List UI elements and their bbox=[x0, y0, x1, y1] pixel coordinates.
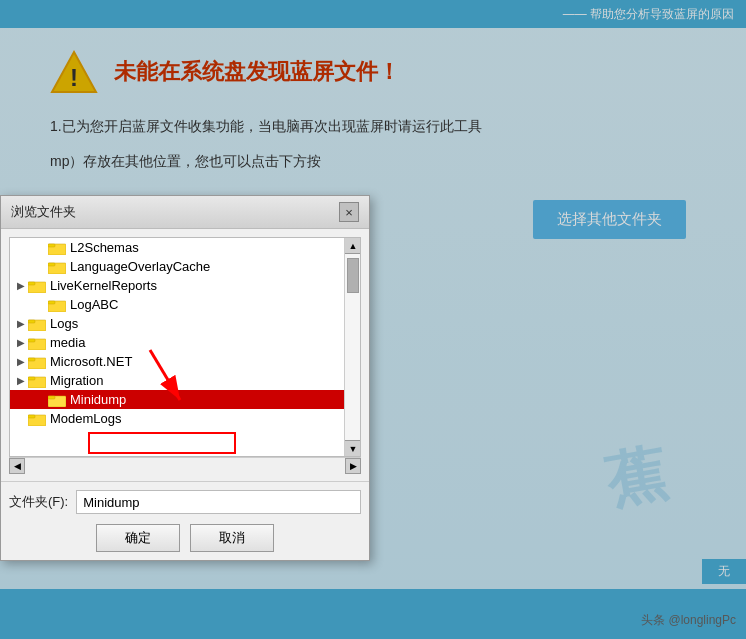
tree-item-languageoverlaycache[interactable]: LanguageOverlayCache bbox=[10, 257, 344, 276]
expand-arrow-icon[interactable]: ▶ bbox=[14, 317, 28, 331]
tree-item-label: media bbox=[50, 335, 85, 350]
folder-icon bbox=[28, 412, 46, 426]
scrollbar-thumb[interactable] bbox=[347, 258, 359, 293]
folder-icon bbox=[28, 336, 46, 350]
svg-rect-11 bbox=[28, 320, 35, 323]
folder-icon bbox=[48, 241, 66, 255]
tree-item-l2schemas[interactable]: L2Schemas bbox=[10, 238, 344, 257]
tree-item-modemlogs[interactable]: ModemLogs bbox=[10, 409, 344, 428]
expand-arrow-icon[interactable] bbox=[14, 412, 28, 426]
scroll-left-button[interactable]: ◀ bbox=[9, 458, 25, 474]
expand-arrow-icon[interactable] bbox=[34, 393, 48, 407]
expand-arrow-icon[interactable] bbox=[34, 241, 48, 255]
tree-item-livekernelreports[interactable]: ▶ LiveKernelReports bbox=[10, 276, 344, 295]
svg-rect-19 bbox=[48, 396, 55, 399]
scroll-right-button[interactable]: ▶ bbox=[345, 458, 361, 474]
file-label: 文件夹(F): bbox=[9, 493, 68, 511]
svg-rect-9 bbox=[48, 301, 55, 304]
expand-arrow-icon[interactable]: ▶ bbox=[14, 355, 28, 369]
expand-arrow-icon[interactable] bbox=[34, 298, 48, 312]
dialog-body: L2Schemas LanguageOverlayCache▶ LiveKern… bbox=[1, 229, 369, 481]
folder-tree[interactable]: L2Schemas LanguageOverlayCache▶ LiveKern… bbox=[9, 237, 361, 457]
tree-item-microsoftnet[interactable]: ▶ Microsoft.NET bbox=[10, 352, 344, 371]
svg-rect-17 bbox=[28, 377, 35, 380]
folder-icon bbox=[28, 279, 46, 293]
folder-icon bbox=[48, 260, 66, 274]
svg-rect-7 bbox=[28, 282, 35, 285]
expand-arrow-icon[interactable]: ▶ bbox=[14, 336, 28, 350]
expand-arrow-icon[interactable]: ▶ bbox=[14, 279, 28, 293]
svg-rect-5 bbox=[48, 263, 55, 266]
scroll-track bbox=[25, 458, 345, 473]
tree-item-logabc[interactable]: LogABC bbox=[10, 295, 344, 314]
tree-item-label: L2Schemas bbox=[70, 240, 139, 255]
folder-icon bbox=[28, 317, 46, 331]
browse-folder-dialog: 浏览文件夹 × L2Schemas LanguageOverlayCache▶ … bbox=[0, 195, 370, 561]
tree-item-minidump[interactable]: Minidump bbox=[10, 390, 344, 409]
tree-item-label: ModemLogs bbox=[50, 411, 122, 426]
tree-item-label: Minidump bbox=[70, 392, 126, 407]
svg-rect-15 bbox=[28, 358, 35, 361]
tree-item-label: Logs bbox=[50, 316, 78, 331]
svg-rect-21 bbox=[28, 415, 35, 418]
folder-icon bbox=[48, 298, 66, 312]
expand-arrow-icon[interactable] bbox=[34, 260, 48, 274]
folder-icon bbox=[28, 374, 46, 388]
svg-rect-13 bbox=[28, 339, 35, 342]
tree-item-label: LogABC bbox=[70, 297, 118, 312]
scroll-up-button[interactable]: ▲ bbox=[345, 238, 361, 254]
file-input[interactable] bbox=[76, 490, 361, 514]
cancel-button[interactable]: 取消 bbox=[190, 524, 274, 552]
dialog-buttons: 确定 取消 bbox=[9, 524, 361, 552]
vertical-scrollbar[interactable]: ▲▼ bbox=[344, 238, 360, 456]
svg-rect-3 bbox=[48, 244, 55, 247]
folder-icon bbox=[28, 355, 46, 369]
scroll-down-button[interactable]: ▼ bbox=[345, 440, 361, 456]
dialog-close-button[interactable]: × bbox=[339, 202, 359, 222]
tree-item-label: Microsoft.NET bbox=[50, 354, 132, 369]
tree-item-media[interactable]: ▶ media bbox=[10, 333, 344, 352]
file-input-row: 文件夹(F): bbox=[9, 490, 361, 514]
expand-arrow-icon[interactable]: ▶ bbox=[14, 374, 28, 388]
dialog-footer: 文件夹(F): 确定 取消 bbox=[1, 481, 369, 560]
confirm-button[interactable]: 确定 bbox=[96, 524, 180, 552]
dialog-title: 浏览文件夹 bbox=[11, 203, 76, 221]
tree-item-label: Migration bbox=[50, 373, 103, 388]
tree-item-migration[interactable]: ▶ Migration bbox=[10, 371, 344, 390]
tree-item-label: LanguageOverlayCache bbox=[70, 259, 210, 274]
tree-item-logs[interactable]: ▶ Logs bbox=[10, 314, 344, 333]
tree-item-label: LiveKernelReports bbox=[50, 278, 157, 293]
folder-icon bbox=[48, 393, 66, 407]
horizontal-scrollbar[interactable]: ◀ ▶ bbox=[9, 457, 361, 473]
dialog-titlebar: 浏览文件夹 × bbox=[1, 196, 369, 229]
